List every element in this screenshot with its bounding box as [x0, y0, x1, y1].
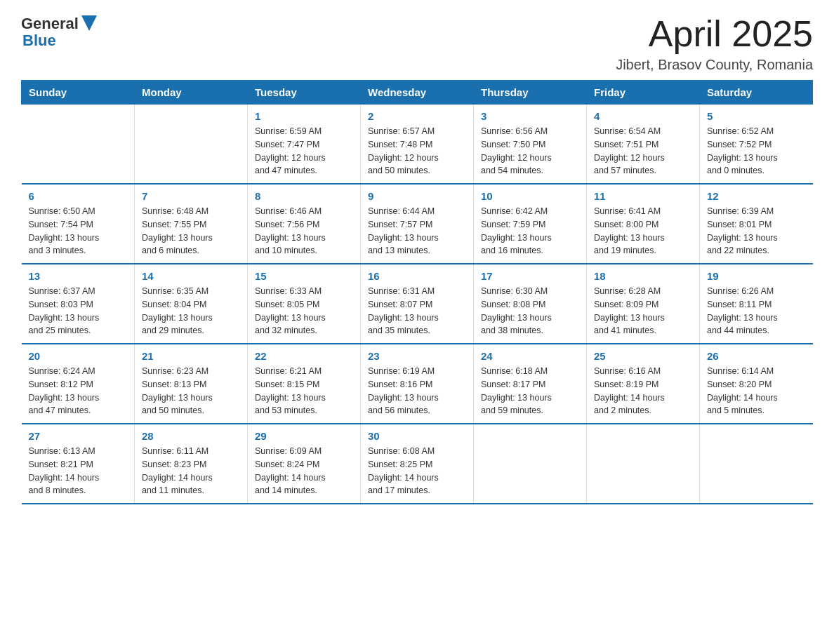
- day-number: 9: [368, 190, 466, 202]
- calendar-cell: 13Sunrise: 6:37 AMSunset: 8:03 PMDayligh…: [22, 264, 135, 344]
- day-info: Sunrise: 6:21 AMSunset: 8:15 PMDaylight:…: [255, 365, 353, 417]
- calendar-cell: [700, 424, 813, 504]
- title-block: April 2025 Jibert, Brasov County, Romani…: [616, 14, 813, 73]
- day-info: Sunrise: 6:33 AMSunset: 8:05 PMDaylight:…: [255, 285, 353, 337]
- logo-general: General: [21, 15, 79, 32]
- calendar-cell: [135, 105, 248, 185]
- day-number: 6: [29, 190, 128, 202]
- day-info: Sunrise: 6:46 AMSunset: 7:56 PMDaylight:…: [255, 205, 353, 257]
- day-info: Sunrise: 6:48 AMSunset: 7:55 PMDaylight:…: [142, 205, 240, 257]
- day-info: Sunrise: 6:23 AMSunset: 8:13 PMDaylight:…: [142, 365, 240, 417]
- day-info: Sunrise: 6:39 AMSunset: 8:01 PMDaylight:…: [707, 205, 806, 257]
- day-number: 19: [707, 270, 806, 282]
- calendar-cell: 25Sunrise: 6:16 AMSunset: 8:19 PMDayligh…: [587, 344, 700, 424]
- calendar-cell: 8Sunrise: 6:46 AMSunset: 7:56 PMDaylight…: [248, 184, 361, 264]
- calendar-cell: 7Sunrise: 6:48 AMSunset: 7:55 PMDaylight…: [135, 184, 248, 264]
- calendar-cell: 19Sunrise: 6:26 AMSunset: 8:11 PMDayligh…: [700, 264, 813, 344]
- day-number: 12: [707, 190, 806, 202]
- calendar-cell: 26Sunrise: 6:14 AMSunset: 8:20 PMDayligh…: [700, 344, 813, 424]
- calendar-header-monday: Monday: [135, 81, 248, 105]
- calendar-cell: 2Sunrise: 6:57 AMSunset: 7:48 PMDaylight…: [361, 105, 474, 185]
- calendar-cell: 4Sunrise: 6:54 AMSunset: 7:51 PMDaylight…: [587, 105, 700, 185]
- day-info: Sunrise: 6:50 AMSunset: 7:54 PMDaylight:…: [29, 205, 128, 257]
- day-number: 5: [707, 110, 806, 122]
- logo-triangle-icon: [81, 15, 97, 31]
- calendar-cell: 17Sunrise: 6:30 AMSunset: 8:08 PMDayligh…: [474, 264, 587, 344]
- calendar-cell: 14Sunrise: 6:35 AMSunset: 8:04 PMDayligh…: [135, 264, 248, 344]
- calendar-cell: [474, 424, 587, 504]
- day-number: 30: [368, 430, 466, 442]
- calendar-week-row: 13Sunrise: 6:37 AMSunset: 8:03 PMDayligh…: [22, 264, 813, 344]
- day-info: Sunrise: 6:18 AMSunset: 8:17 PMDaylight:…: [481, 365, 579, 417]
- day-number: 7: [142, 190, 240, 202]
- calendar-week-row: 1Sunrise: 6:59 AMSunset: 7:47 PMDaylight…: [22, 105, 813, 185]
- day-info: Sunrise: 6:59 AMSunset: 7:47 PMDaylight:…: [255, 125, 353, 177]
- calendar-cell: 23Sunrise: 6:19 AMSunset: 8:16 PMDayligh…: [361, 344, 474, 424]
- day-number: 8: [255, 190, 353, 202]
- calendar-cell: 12Sunrise: 6:39 AMSunset: 8:01 PMDayligh…: [700, 184, 813, 264]
- day-info: Sunrise: 6:42 AMSunset: 7:59 PMDaylight:…: [481, 205, 579, 257]
- day-info: Sunrise: 6:26 AMSunset: 8:11 PMDaylight:…: [707, 285, 806, 337]
- calendar-cell: 28Sunrise: 6:11 AMSunset: 8:23 PMDayligh…: [135, 424, 248, 504]
- page-subtitle: Jibert, Brasov County, Romania: [616, 57, 813, 73]
- day-number: 26: [707, 350, 806, 362]
- day-info: Sunrise: 6:08 AMSunset: 8:25 PMDaylight:…: [368, 445, 466, 497]
- calendar-table: SundayMondayTuesdayWednesdayThursdayFrid…: [21, 80, 813, 504]
- day-number: 21: [142, 350, 240, 362]
- calendar-header-thursday: Thursday: [474, 81, 587, 105]
- day-info: Sunrise: 6:31 AMSunset: 8:07 PMDaylight:…: [368, 285, 466, 337]
- calendar-cell: 10Sunrise: 6:42 AMSunset: 7:59 PMDayligh…: [474, 184, 587, 264]
- day-number: 27: [29, 430, 128, 442]
- day-info: Sunrise: 6:37 AMSunset: 8:03 PMDaylight:…: [29, 285, 128, 337]
- day-info: Sunrise: 6:09 AMSunset: 8:24 PMDaylight:…: [255, 445, 353, 497]
- calendar-week-row: 6Sunrise: 6:50 AMSunset: 7:54 PMDaylight…: [22, 184, 813, 264]
- calendar-cell: 5Sunrise: 6:52 AMSunset: 7:52 PMDaylight…: [700, 105, 813, 185]
- svg-marker-0: [81, 15, 97, 31]
- calendar-header-friday: Friday: [587, 81, 700, 105]
- calendar-cell: 15Sunrise: 6:33 AMSunset: 8:05 PMDayligh…: [248, 264, 361, 344]
- day-number: 14: [142, 270, 240, 282]
- calendar-cell: 11Sunrise: 6:41 AMSunset: 8:00 PMDayligh…: [587, 184, 700, 264]
- day-info: Sunrise: 6:19 AMSunset: 8:16 PMDaylight:…: [368, 365, 466, 417]
- day-info: Sunrise: 6:57 AMSunset: 7:48 PMDaylight:…: [368, 125, 466, 177]
- day-info: Sunrise: 6:41 AMSunset: 8:00 PMDaylight:…: [594, 205, 692, 257]
- day-info: Sunrise: 6:30 AMSunset: 8:08 PMDaylight:…: [481, 285, 579, 337]
- day-info: Sunrise: 6:11 AMSunset: 8:23 PMDaylight:…: [142, 445, 240, 497]
- calendar-header-saturday: Saturday: [700, 81, 813, 105]
- logo: General Blue: [21, 14, 97, 49]
- calendar-header-wednesday: Wednesday: [361, 81, 474, 105]
- logo-blue: Blue: [22, 32, 56, 49]
- day-info: Sunrise: 6:28 AMSunset: 8:09 PMDaylight:…: [594, 285, 692, 337]
- calendar-cell: 16Sunrise: 6:31 AMSunset: 8:07 PMDayligh…: [361, 264, 474, 344]
- calendar-week-row: 20Sunrise: 6:24 AMSunset: 8:12 PMDayligh…: [22, 344, 813, 424]
- calendar-cell: 24Sunrise: 6:18 AMSunset: 8:17 PMDayligh…: [474, 344, 587, 424]
- day-number: 16: [368, 270, 466, 282]
- calendar-cell: 18Sunrise: 6:28 AMSunset: 8:09 PMDayligh…: [587, 264, 700, 344]
- day-info: Sunrise: 6:44 AMSunset: 7:57 PMDaylight:…: [368, 205, 466, 257]
- calendar-cell: 22Sunrise: 6:21 AMSunset: 8:15 PMDayligh…: [248, 344, 361, 424]
- day-number: 25: [594, 350, 692, 362]
- calendar-cell: 20Sunrise: 6:24 AMSunset: 8:12 PMDayligh…: [22, 344, 135, 424]
- day-info: Sunrise: 6:56 AMSunset: 7:50 PMDaylight:…: [481, 125, 579, 177]
- day-number: 23: [368, 350, 466, 362]
- day-number: 4: [594, 110, 692, 122]
- day-number: 3: [481, 110, 579, 122]
- day-number: 15: [255, 270, 353, 282]
- calendar-header-sunday: Sunday: [22, 81, 135, 105]
- day-info: Sunrise: 6:13 AMSunset: 8:21 PMDaylight:…: [29, 445, 128, 497]
- page-header: General Blue April 2025 Jibert, Brasov C…: [21, 14, 813, 73]
- day-info: Sunrise: 6:52 AMSunset: 7:52 PMDaylight:…: [707, 125, 806, 177]
- calendar-cell: 27Sunrise: 6:13 AMSunset: 8:21 PMDayligh…: [22, 424, 135, 504]
- calendar-cell: 30Sunrise: 6:08 AMSunset: 8:25 PMDayligh…: [361, 424, 474, 504]
- calendar-cell: 29Sunrise: 6:09 AMSunset: 8:24 PMDayligh…: [248, 424, 361, 504]
- day-number: 1: [255, 110, 353, 122]
- day-info: Sunrise: 6:54 AMSunset: 7:51 PMDaylight:…: [594, 125, 692, 177]
- calendar-header-row: SundayMondayTuesdayWednesdayThursdayFrid…: [22, 81, 813, 105]
- day-number: 13: [29, 270, 128, 282]
- day-info: Sunrise: 6:24 AMSunset: 8:12 PMDaylight:…: [29, 365, 128, 417]
- calendar-week-row: 27Sunrise: 6:13 AMSunset: 8:21 PMDayligh…: [22, 424, 813, 504]
- day-number: 22: [255, 350, 353, 362]
- day-number: 2: [368, 110, 466, 122]
- day-number: 17: [481, 270, 579, 282]
- day-number: 24: [481, 350, 579, 362]
